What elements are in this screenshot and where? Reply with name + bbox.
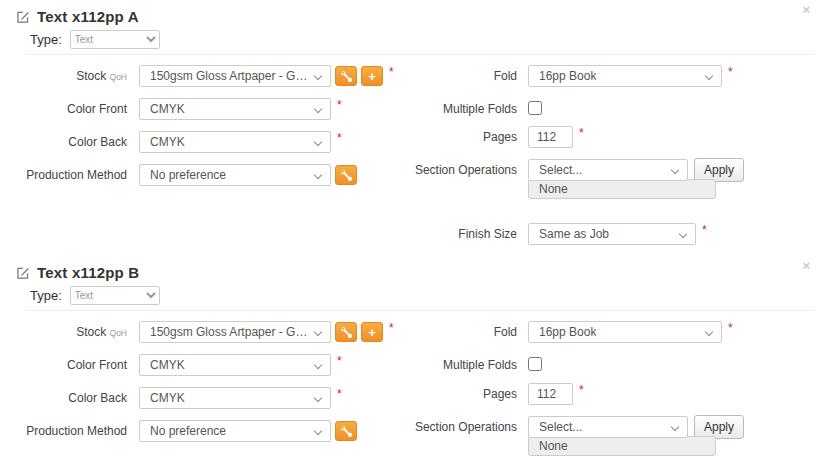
- fold-row: Fold 16pp Book *: [400, 65, 760, 87]
- type-label: Type:: [30, 288, 62, 303]
- divider: [26, 310, 814, 311]
- production-method-select[interactable]: No preference: [139, 164, 331, 186]
- stock-edit-button[interactable]: [335, 322, 357, 342]
- stock-label: Stock QoH: [12, 321, 127, 339]
- stock-select[interactable]: 150gsm Gloss Artpaper - GH10029: [139, 65, 331, 87]
- stock-add-button[interactable]: +: [361, 322, 383, 342]
- multiple-folds-checkbox[interactable]: [528, 357, 542, 371]
- type-label: Type:: [30, 32, 62, 47]
- required-asterisk: *: [702, 224, 707, 236]
- pages-input[interactable]: [528, 383, 573, 405]
- section-text-b: × Text x112pp B Type: Text Stock QoH 150…: [0, 256, 824, 472]
- chevron-down-icon: [314, 138, 322, 146]
- production-method-edit-button[interactable]: [335, 165, 357, 185]
- section-header: Text x112pp A: [16, 8, 824, 25]
- fold-select[interactable]: 16pp Book: [528, 321, 722, 343]
- multiple-folds-row: Multiple Folds: [400, 98, 760, 116]
- color-front-row: Color Front CMYK *: [12, 98, 400, 120]
- section-operations-label: Section Operations: [400, 159, 517, 177]
- spacer: [400, 436, 517, 440]
- chevron-down-icon: [314, 72, 322, 80]
- fold-value: 16pp Book: [539, 325, 596, 339]
- close-icon[interactable]: ×: [802, 3, 810, 16]
- wrench-icon: [341, 71, 352, 82]
- color-front-select[interactable]: CMYK: [139, 98, 331, 120]
- stock-edit-button[interactable]: [335, 66, 357, 86]
- wrench-icon: [341, 426, 352, 437]
- chevron-down-icon: [705, 72, 713, 80]
- section-operations-result: None: [528, 436, 716, 456]
- color-back-row: Color Back CMYK *: [12, 131, 400, 153]
- section-operations-result-value: None: [539, 182, 568, 196]
- spacer: [400, 179, 517, 183]
- stock-add-button[interactable]: +: [361, 66, 383, 86]
- chevron-down-icon: [671, 166, 679, 174]
- required-asterisk: *: [337, 388, 342, 400]
- required-asterisk: *: [337, 355, 342, 367]
- color-back-value: CMYK: [150, 135, 185, 149]
- production-method-select[interactable]: No preference: [139, 420, 331, 442]
- stock-qoh-label: QoH: [110, 328, 127, 338]
- stock-value: 150gsm Gloss Artpaper - GH10029: [150, 69, 308, 83]
- finish-size-select[interactable]: Same as Job: [528, 223, 696, 245]
- column-left: Stock QoH 150gsm Gloss Artpaper - GH1002…: [12, 321, 400, 472]
- section-operations-select[interactable]: Select...: [528, 416, 688, 438]
- wrench-icon: [341, 327, 352, 338]
- color-front-select[interactable]: CMYK: [139, 354, 331, 376]
- fold-select[interactable]: 16pp Book: [528, 65, 722, 87]
- pages-row: Pages *: [400, 126, 760, 148]
- finish-size-value: Same as Job: [539, 227, 609, 241]
- chevron-down-icon: [314, 328, 322, 336]
- divider: [26, 54, 814, 55]
- column-left: Stock QoH 150gsm Gloss Artpaper - GH1002…: [12, 65, 400, 256]
- production-method-label: Production Method: [12, 164, 127, 182]
- chevron-down-icon: [679, 230, 687, 238]
- wrench-icon: [341, 170, 352, 181]
- stock-row: Stock QoH 150gsm Gloss Artpaper - GH1002…: [12, 65, 400, 87]
- pages-input[interactable]: [528, 126, 573, 148]
- finish-size-row: Finish Size Same as Job *: [400, 223, 760, 245]
- edit-icon[interactable]: [16, 266, 30, 280]
- stock-qoh-label: QoH: [110, 72, 127, 82]
- fold-label: Fold: [400, 65, 517, 83]
- color-front-label: Color Front: [12, 354, 127, 372]
- stock-value: 150gsm Gloss Artpaper - GH10029: [150, 325, 308, 339]
- section-operations-select[interactable]: Select...: [528, 159, 688, 181]
- section-operations-result-row: None: [400, 436, 760, 456]
- multiple-folds-checkbox[interactable]: [528, 101, 542, 115]
- production-method-row: Production Method No preference: [12, 164, 400, 186]
- chevron-down-icon: [314, 105, 322, 113]
- type-row: Type: Text: [30, 286, 824, 305]
- stock-select[interactable]: 150gsm Gloss Artpaper - GH10029: [139, 321, 331, 343]
- color-back-select[interactable]: CMYK: [139, 131, 331, 153]
- section-operations-result-value: None: [539, 439, 568, 453]
- pages-label: Pages: [400, 126, 517, 144]
- production-method-edit-button[interactable]: [335, 421, 357, 441]
- section-operations-value: Select...: [539, 163, 582, 177]
- edit-icon[interactable]: [16, 10, 30, 24]
- plus-icon: +: [368, 326, 376, 339]
- color-front-value: CMYK: [150, 102, 185, 116]
- production-method-label: Production Method: [12, 420, 127, 438]
- pages-row: Pages *: [400, 383, 760, 405]
- color-back-row: Color Back CMYK *: [12, 387, 400, 409]
- type-select[interactable]: Text: [70, 30, 160, 49]
- color-back-label: Color Back: [12, 131, 127, 149]
- color-back-label: Color Back: [12, 387, 127, 405]
- form-columns: Stock QoH 150gsm Gloss Artpaper - GH1002…: [0, 321, 824, 472]
- color-back-select[interactable]: CMYK: [139, 387, 331, 409]
- section-operations-result-row: None: [400, 179, 760, 199]
- required-asterisk: *: [389, 322, 394, 334]
- close-icon[interactable]: ×: [802, 259, 810, 272]
- section-title: Text x112pp B: [37, 264, 139, 281]
- type-select[interactable]: Text: [70, 286, 160, 305]
- fold-value: 16pp Book: [539, 69, 596, 83]
- required-asterisk: *: [337, 132, 342, 144]
- column-right: Fold 16pp Book * Multiple Folds Pages * …: [400, 65, 760, 256]
- multiple-folds-row: Multiple Folds: [400, 354, 760, 372]
- chevron-down-icon: [671, 423, 679, 431]
- required-asterisk: *: [728, 322, 733, 334]
- section-operations-value: Select...: [539, 420, 582, 434]
- section-text-a: × Text x112pp A Type: Text Stock QoH 150…: [0, 0, 824, 256]
- required-asterisk: *: [728, 66, 733, 78]
